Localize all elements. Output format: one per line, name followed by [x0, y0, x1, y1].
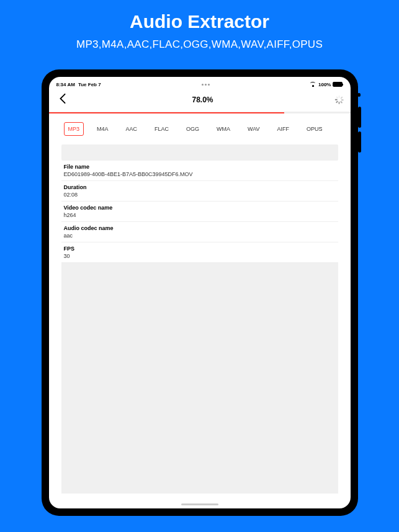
format-tab-aiff[interactable]: AIFF [273, 122, 294, 136]
device-button-volume-up [358, 107, 361, 128]
format-tab-wma[interactable]: WMA [212, 122, 235, 136]
home-indicator [49, 500, 351, 508]
info-value: 30 [64, 253, 336, 259]
info-row-video-codec: Video codec name h264 [61, 202, 338, 222]
file-info-list: File name ED601989-400B-4BE1-B7A5-BB0C39… [61, 161, 338, 263]
nav-bar: 78.0% [49, 88, 351, 112]
status-date: Tue Feb 7 [78, 82, 101, 87]
info-label: Audio codec name [64, 225, 336, 231]
battery-text: 100% [318, 82, 331, 87]
info-label: FPS [64, 246, 336, 252]
battery-icon [333, 82, 343, 87]
info-label: File name [64, 164, 336, 170]
format-tab-opus[interactable]: OPUS [302, 122, 327, 136]
preview-area [61, 263, 338, 494]
status-bar: 8:34 AM Tue Feb 7 100% [49, 77, 351, 88]
progress-title: 78.0% [192, 95, 213, 104]
multitask-indicator [202, 84, 210, 86]
info-row-duration: Duration 02:08 [61, 181, 338, 202]
wifi-icon [310, 82, 316, 87]
promo-title: Audio Extractor [130, 11, 269, 32]
format-tabs: MP3M4AAACFLACOGGWMAWAVAIFFOPUS [61, 113, 338, 144]
format-tab-ogg[interactable]: OGG [182, 122, 204, 136]
info-row-fps: FPS 30 [61, 242, 338, 263]
format-tab-mp3[interactable]: MP3 [64, 122, 84, 136]
status-time: 8:34 AM [56, 82, 75, 87]
info-value: 02:08 [64, 192, 336, 198]
info-value: ED601989-400B-4BE1-B7A5-BB0C39945DF6.MOV [64, 171, 336, 177]
info-label: Duration [64, 184, 336, 190]
info-header-blank [61, 144, 338, 161]
device-button-volume-down [358, 131, 361, 153]
info-value: aac [64, 233, 336, 239]
info-value: h264 [64, 212, 336, 218]
promo-subtitle: MP3,M4A,AAC,FLAC,OGG,WMA,WAV,AIFF,OPUS [76, 38, 323, 51]
loading-spinner-icon [334, 95, 343, 104]
info-label: Video codec name [64, 205, 336, 211]
device-button-power [357, 93, 361, 97]
back-button[interactable] [54, 92, 71, 108]
info-row-filename: File name ED601989-400B-4BE1-B7A5-BB0C39… [61, 161, 338, 181]
format-tab-m4a[interactable]: M4A [92, 122, 113, 136]
device-screen: 8:34 AM Tue Feb 7 100% 78.0% [49, 77, 351, 508]
format-tab-aac[interactable]: AAC [122, 122, 142, 136]
device-frame: 8:34 AM Tue Feb 7 100% 78.0% [42, 69, 358, 516]
format-tab-wav[interactable]: WAV [243, 122, 264, 136]
format-tab-flac[interactable]: FLAC [150, 122, 173, 136]
info-row-audio-codec: Audio codec name aac [61, 222, 338, 242]
